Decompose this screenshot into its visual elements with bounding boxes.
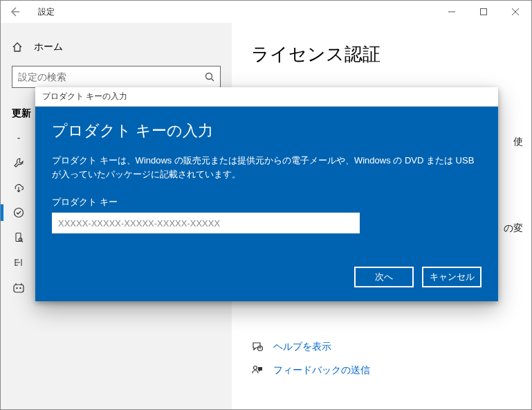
svg-rect-2 [481, 9, 487, 15]
svg-point-18 [254, 366, 257, 370]
dash-icon: - [12, 132, 26, 143]
window-title: 設定 [31, 6, 436, 18]
sidebar-home-label: ホーム [34, 41, 63, 53]
chat-help-icon: ? [251, 341, 268, 353]
svg-rect-11 [14, 285, 24, 292]
svg-point-7 [15, 208, 24, 217]
developer-icon [12, 257, 26, 268]
maximize-button[interactable] [468, 1, 499, 23]
close-button[interactable] [499, 1, 531, 23]
product-key-input[interactable] [52, 213, 360, 233]
page-title: ライセンス認証 [251, 42, 512, 66]
dialog-titlebar: プロダクト キーの入力 [35, 87, 498, 107]
feedback-link[interactable]: フィードバックの送信 [273, 364, 370, 377]
search-input[interactable] [12, 66, 221, 88]
obscured-text: の変 [504, 222, 523, 235]
insider-icon [12, 282, 26, 294]
titlebar: 設定 [1, 1, 531, 23]
svg-point-5 [206, 73, 212, 80]
help-link-row: ? ヘルプを表示 [251, 335, 512, 359]
feedback-link-row: フィードバックの送信 [251, 359, 512, 382]
dialog-description: プロダクト キーは、Windows の販売元または提供元からの電子メールや、Wi… [52, 154, 481, 181]
svg-text:?: ? [259, 346, 262, 350]
product-key-dialog: プロダクト キーの入力 プロダクト キーの入力 プロダクト キーは、Window… [35, 87, 498, 301]
sidebar-home[interactable]: ホーム [1, 37, 232, 66]
dialog-heading: プロダクト キーの入力 [52, 121, 481, 141]
wrench-icon [12, 157, 26, 168]
svg-point-13 [19, 287, 21, 289]
product-key-label: プロダクト キー [52, 196, 481, 208]
minimize-button[interactable] [436, 1, 468, 23]
feedback-icon [251, 364, 268, 377]
help-link[interactable]: ヘルプを表示 [273, 341, 331, 353]
svg-point-12 [16, 287, 17, 289]
check-circle-icon [12, 207, 26, 218]
obscured-text: 使 [513, 136, 523, 148]
cloud-download-icon [12, 182, 26, 193]
cancel-button[interactable]: キャンセル [422, 267, 481, 287]
search-field[interactable] [18, 71, 214, 82]
search-icon [205, 72, 214, 82]
svg-line-6 [212, 79, 214, 82]
next-button[interactable]: 次へ [354, 267, 414, 287]
svg-rect-8 [16, 233, 21, 242]
back-icon[interactable] [9, 6, 31, 17]
home-icon [12, 42, 23, 53]
phone-search-icon [12, 232, 26, 243]
svg-line-10 [21, 241, 23, 242]
